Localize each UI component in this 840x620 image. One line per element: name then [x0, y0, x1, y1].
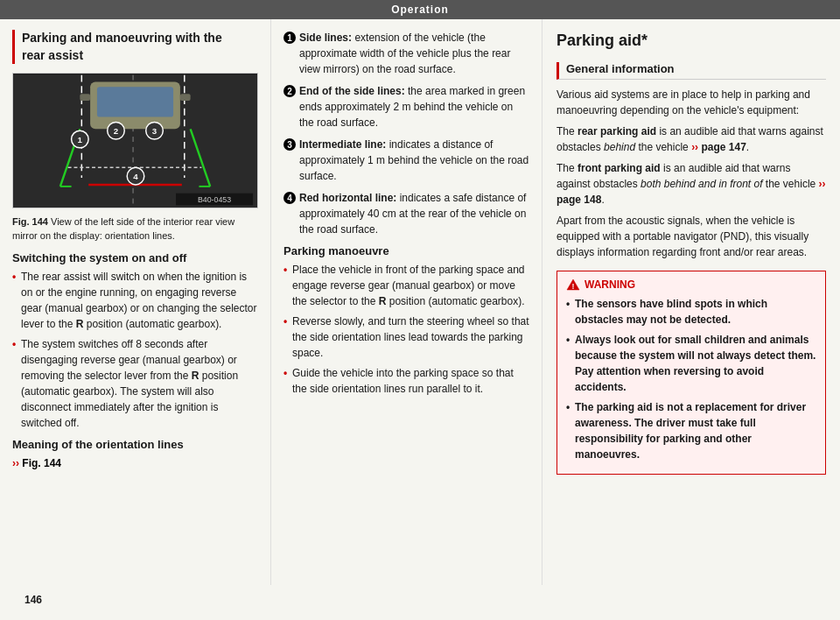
bottom-row: 146 — [0, 585, 840, 620]
switching-bullet-2: The system switches off 8 seconds after … — [12, 336, 258, 431]
warning-triangle-icon: ! — [566, 278, 580, 291]
svg-text:3: 3 — [152, 126, 158, 136]
fig-caption: Fig. 144 View of the left side of the in… — [12, 215, 258, 243]
main-title: Parking aid* — [556, 30, 826, 52]
intro-text: Various aid systems are in place to help… — [556, 87, 826, 118]
page: Operation Parking and manoeuvring with t… — [0, 0, 840, 620]
svg-text:!: ! — [572, 282, 575, 291]
svg-text:2: 2 — [114, 126, 119, 136]
svg-rect-5 — [97, 88, 173, 117]
svg-rect-6 — [80, 94, 90, 101]
svg-text:4: 4 — [133, 172, 138, 181]
svg-rect-7 — [180, 94, 191, 101]
warning-item-2: Always look out for small children and a… — [566, 332, 816, 395]
parking-bullet-3: Guide the vehicle into the parking space… — [284, 365, 529, 397]
numbered-item-1: 1 Side lines: extension of the vehicle (… — [284, 30, 529, 77]
subsection-title: General information — [556, 62, 826, 80]
parking-heading: Parking manoeuvre — [284, 244, 529, 257]
operation-header: Operation — [0, 0, 840, 19]
warning-box: ! WARNING The sensors have blind spots i… — [556, 271, 826, 475]
mid-column: 1 Side lines: extension of the vehicle (… — [271, 19, 542, 585]
rear-parking-text: The rear parking aid is an audible aid t… — [556, 123, 826, 155]
warning-item-1: The sensors have blind spots in which ob… — [566, 296, 816, 328]
meaning-heading: Meaning of the orientation lines — [12, 438, 258, 451]
switching-bullet-1: The rear assist will switch on when the … — [12, 269, 258, 332]
content-area: Parking and manoeuvring with the rear as… — [0, 19, 840, 585]
car-diagram-svg: 1 2 3 4 B40-0453 — [13, 74, 257, 208]
parking-bullet-1: Place the vehicle in front of the parkin… — [284, 262, 529, 309]
pnd-text: Apart from the acoustic signals, when th… — [556, 213, 826, 260]
header-label: Operation — [391, 4, 449, 16]
right-column: Parking aid* General information Various… — [542, 19, 840, 585]
fig-container: 1 2 3 4 B40-0453 — [12, 73, 258, 208]
svg-text:B40-0453: B40-0453 — [198, 196, 231, 205]
section-title: Parking and manoeuvring with the rear as… — [12, 30, 258, 64]
warning-item-3: The parking aid is not a replacement for… — [566, 399, 816, 462]
warning-title: ! WARNING — [566, 278, 816, 291]
numbered-item-3: 3 Intermediate line: indicates a distanc… — [284, 137, 529, 184]
parking-bullet-2: Reverse slowly, and turn the steering wh… — [284, 314, 529, 361]
svg-text:1: 1 — [78, 135, 83, 144]
fig-ref: ›› Fig. 144 — [12, 455, 258, 471]
switching-heading: Switching the system on and off — [12, 251, 258, 264]
numbered-item-2: 2 End of the side lines: the area marked… — [284, 83, 529, 130]
page-number: 146 — [12, 588, 54, 611]
numbered-item-4: 4 Red horizontal line: indicates a safe … — [284, 190, 529, 237]
front-parking-text: The front parking aid is an audible aid … — [556, 160, 826, 208]
left-column: Parking and manoeuvring with the rear as… — [0, 19, 271, 585]
